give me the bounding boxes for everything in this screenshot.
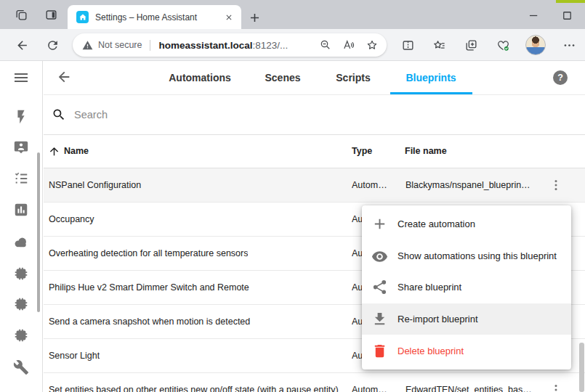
vertical-tabs-icon[interactable] [42,6,60,23]
table-header: Name Type File name [44,135,585,168]
address-separator [150,40,150,51]
plus-icon [371,216,388,232]
tab-automations[interactable]: Automations [169,61,231,94]
search-icon [52,107,66,122]
browser-toolbar: Not secure homeassistant.local:8123/... [0,29,585,61]
device-chip-icon[interactable] [13,266,29,282]
address-bar[interactable]: Not secure homeassistant.local:8123/... [73,33,387,57]
sort-ascending-icon[interactable] [48,145,60,158]
zoom-out-icon[interactable] [317,36,334,54]
download-icon [371,311,388,327]
row-type: Autom… [352,180,397,190]
column-header-type[interactable]: Type [352,135,372,168]
menu-item-label: Re-import blueprint [398,314,478,324]
browser-menu-icon[interactable] [560,36,578,54]
new-tab-icon[interactable] [246,9,263,26]
top-edge-accent-strip [556,0,585,3]
maximize-window-icon[interactable] [558,7,576,24]
row-file: EdwardTEN/set_entities_bas… [406,385,548,392]
page-header: Automations Scenes Scripts Blueprints ? [44,61,585,95]
row-name: Philips Hue v2 Smart Dimmer Switch and R… [49,282,249,293]
help-icon[interactable]: ? [553,70,568,85]
row-name: Overheating detection for all temperatur… [49,248,248,258]
delete-icon [371,343,388,359]
device-chip-icon[interactable] [13,327,29,343]
menu-item-label: Show automations using this blueprint [398,250,557,261]
row-name: Sensor Light [49,351,100,361]
menu-item-label: Share blueprint [398,282,461,293]
ha-sidebar [0,61,43,392]
row-overflow-menu-icon[interactable] [549,178,563,192]
menu-item-label: Create automation [398,219,475,229]
menu-item-delete-blueprint[interactable]: Delete blueprint [362,335,571,367]
menu-item-label: Delete blueprint [398,346,464,356]
tab-scripts[interactable]: Scripts [336,61,370,94]
column-header-file[interactable]: File name [405,135,447,168]
todo-list-icon[interactable] [13,171,29,187]
browser-window: Settings – Home Assistant Not secure [0,0,585,392]
tab-blueprints[interactable]: Blueprints [406,61,456,94]
sidebar-menu-icon[interactable] [12,69,30,86]
minimize-window-icon[interactable] [525,7,542,24]
close-tab-icon[interactable] [222,11,235,24]
menu-item-reimport-blueprint[interactable]: Re-import blueprint [362,303,571,335]
security-label: Not secure [98,40,142,50]
blueprint-context-menu: Create automation Show automations using… [362,205,571,369]
favorite-star-icon[interactable] [363,36,381,54]
read-aloud-icon[interactable] [340,36,358,54]
browser-tab-active[interactable]: Settings – Home Assistant [68,5,241,29]
device-chip-icon[interactable] [13,296,29,312]
workspaces-icon[interactable] [12,6,30,23]
table-row[interactable]: Set entities based on other entities new… [44,373,585,392]
flash-icon[interactable] [13,109,29,125]
row-name: Occupancy [49,214,94,224]
row-name: NSPanel Configuration [49,180,141,190]
refresh-icon[interactable] [44,36,61,54]
home-assistant-favicon [76,11,89,23]
voice-assistant-icon[interactable] [13,139,29,155]
history-chart-icon[interactable] [13,202,29,218]
browser-back-icon[interactable] [13,36,31,54]
url-text: homeassistant.local:8123/... [158,40,288,51]
split-screen-icon[interactable] [399,36,416,54]
search-row [44,95,585,135]
profile-avatar[interactable] [525,35,546,55]
search-input[interactable] [74,104,365,126]
sidebar-scrollbar[interactable] [37,152,40,312]
page-back-icon[interactable] [55,69,73,86]
browser-essentials-icon[interactable] [494,36,512,54]
developer-tools-wrench-icon[interactable] [13,359,29,375]
row-overflow-menu-icon[interactable] [549,383,563,392]
eye-icon [371,248,388,264]
row-name: Send a camera snapshot when motion is de… [49,317,250,327]
browser-tab-strip: Settings – Home Assistant [0,0,585,29]
menu-item-show-automations[interactable]: Show automations using this blueprint [362,240,571,272]
menu-item-create-automation[interactable]: Create automation [362,208,571,240]
share-icon [371,279,388,295]
row-name: Set entities based on other entities new… [49,385,339,392]
cloud-icon[interactable] [13,234,29,250]
warning-icon [82,40,93,51]
tab-title: Settings – Home Assistant [95,12,222,23]
tab-scenes[interactable]: Scenes [265,61,300,94]
menu-item-share-blueprint[interactable]: Share blueprint [362,271,571,303]
active-tab-underline [390,92,472,94]
row-file: Blackymas/nspanel_blueprin… [406,180,548,190]
collections-icon[interactable] [462,36,480,54]
page-scrollbar[interactable] [579,343,584,392]
table-row[interactable]: NSPanel Configuration Autom… Blackymas/n… [44,168,585,203]
favorites-hub-icon[interactable] [430,36,448,54]
column-header-name[interactable]: Name [64,135,89,168]
site-security-chip[interactable]: Not secure [82,40,142,51]
row-type: Autom… [352,385,397,392]
